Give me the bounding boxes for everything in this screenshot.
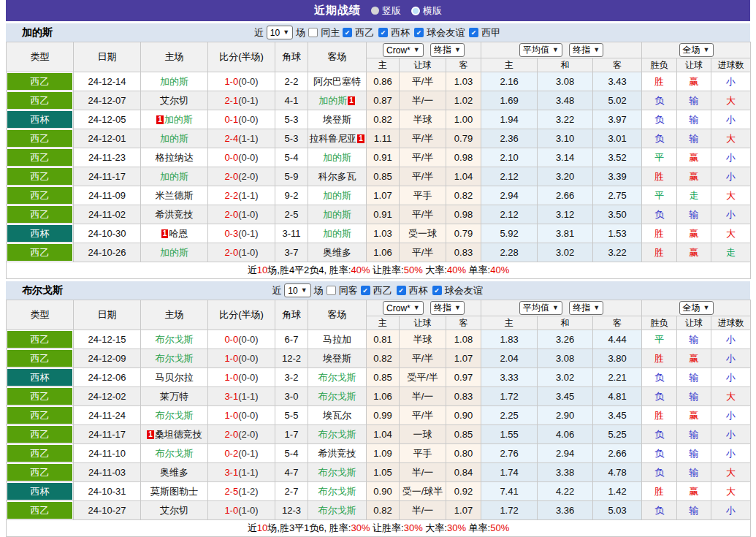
league-checkbox[interactable]: ✔ [378,28,388,37]
crow-home-odds-cell: 0.82 [367,349,400,368]
team-name-link[interactable]: 埃登斯 [323,353,351,364]
team-name-link[interactable]: 布尔戈斯 [156,334,194,345]
team-name-link[interactable]: 桑坦德竞技 [155,429,202,440]
bookmaker-group-header: Crow*▼ 终指▼ [367,300,481,316]
team-name-link[interactable]: 艾尔切 [160,95,188,106]
team-name-link[interactable]: 拉科鲁尼亚 [309,133,356,144]
layout-radio-horizontal[interactable]: 横版 [411,4,442,18]
team-name-link[interactable]: 格拉纳达 [156,152,194,163]
team-name-link[interactable]: 莱万特 [160,391,188,402]
competition-cell: 西乙 [7,463,74,482]
crow-home-odds-cell: 0.90 [367,482,400,501]
radio-vertical-label: 竖版 [382,4,401,18]
team-name-link[interactable]: 奥维多 [323,247,351,258]
layout-radio-vertical[interactable]: 竖版 [371,4,401,18]
avg-home-odds-cell: 2.04 [481,349,538,368]
team-name-link[interactable]: 布尔戈斯 [318,429,356,440]
summary-text: 10 [257,522,267,533]
team-name-link[interactable]: 米兰德斯 [156,190,194,201]
team-name-link[interactable]: 加的斯 [160,171,188,182]
team-name-link[interactable]: 加的斯 [164,114,193,125]
league-checkbox[interactable]: ✔ [397,286,406,295]
team-name-link[interactable]: 加的斯 [160,76,188,87]
home-team-cell: 布尔戈斯 [141,444,208,463]
chevron-down-icon: ▼ [454,305,461,311]
avg-away-odds-cell: 4.44 [593,330,642,349]
team-name-link[interactable]: 哈恩 [169,228,188,239]
team-name-link[interactable]: 埃登斯 [323,114,351,125]
team-name-link[interactable]: 加的斯 [323,209,351,220]
corner-cell: 1-7 [275,425,308,444]
team-name-link[interactable]: 布尔戈斯 [156,410,194,421]
team-name-link[interactable]: 加的斯 [323,152,351,163]
average-select[interactable]: 平均值▼ [519,301,562,315]
team-name-link[interactable]: 加的斯 [160,133,188,144]
team: 马贝尔拉 [156,372,194,383]
team-name-link[interactable]: 埃瓦尔 [323,410,351,421]
away-team-cell: 埃登斯 [308,110,367,129]
crow-home-odds-cell: 0.82 [367,110,400,129]
avg-home-odds-cell: 1.72 [481,387,538,406]
team-name-link[interactable]: 希洪竞技 [156,209,194,220]
team: 布尔戈斯 [318,391,356,402]
avg-draw-odds-cell: 2.66 [538,186,593,205]
team-name-link[interactable]: 科尔多瓦 [318,171,356,182]
same-venue-checkbox[interactable] [308,28,318,37]
team-name-link[interactable]: 希洪竞技 [318,448,356,459]
avg-home-odds-cell: 2.36 [481,129,538,148]
crow-away-odds-cell: 0.80 [446,444,481,463]
team-name-link[interactable]: 马贝尔拉 [156,372,194,383]
same-venue-checkbox[interactable] [327,286,336,295]
home-team-cell: 1加的斯 [141,110,208,129]
score-cell: 0-0(0-0) [208,148,275,167]
match-row: 西杯24-10-301哈恩0-3(0-1)3-11加的斯1.03受一球0.795… [7,224,751,243]
team-name-link[interactable]: 艾尔切 [160,505,188,516]
team-name-link[interactable]: 布尔戈斯 [156,353,194,364]
scope-select[interactable]: 全场▼ [679,301,714,315]
date-cell: 24-12-02 [74,387,141,406]
avg-home-odds-cell: 1.94 [481,110,538,129]
result-cell: 平 [642,148,677,167]
team-name-link[interactable]: 加的斯 [160,247,188,258]
fulltime-score: 0-0 [224,334,238,345]
bookmaker-select[interactable]: Crow*▼ [383,43,424,57]
team-name-link[interactable]: 加的斯 [323,228,351,239]
home-team-cell: 加的斯 [141,167,208,186]
team-name-link[interactable]: 布尔戈斯 [156,448,194,459]
away-team-cell: 埃瓦尔 [308,406,367,425]
league-checkbox[interactable]: ✔ [361,286,370,295]
home-team-cell: 1哈恩 [141,224,208,243]
competition-cell: 西乙 [7,129,74,148]
team-name-link[interactable]: 马拉加 [323,334,351,345]
bookmaker-select[interactable]: Crow*▼ [383,301,424,315]
team-name-link[interactable]: 阿尔巴塞特 [313,76,361,87]
league-checkbox[interactable]: ✔ [343,28,352,37]
bookmaker-final-select[interactable]: 终指▼ [430,301,465,315]
competition-cell: 西乙 [7,205,74,224]
bookmaker-final-select[interactable]: 终指▼ [430,43,465,57]
competition-cell: 西乙 [7,167,74,186]
average-final-select[interactable]: 终指▼ [569,43,603,57]
scope-select[interactable]: 全场▼ [679,43,714,57]
team-name-link[interactable]: 布尔戈斯 [318,467,356,478]
games-label: 场 [314,284,324,297]
team-name-link[interactable]: 布尔戈斯 [318,505,356,516]
team-name-link[interactable]: 奥维多 [160,467,188,478]
league-checkbox[interactable]: ✔ [432,286,442,295]
team-name-link[interactable]: 布尔戈斯 [318,486,356,497]
league-checkbox[interactable]: ✔ [414,28,424,37]
team-name-link[interactable]: 布尔戈斯 [318,391,356,402]
team-name-link[interactable]: 加的斯 [318,95,347,106]
league-checkbox[interactable]: ✔ [469,28,478,37]
home-team-cell: 加的斯 [141,129,208,148]
match-count-select[interactable]: 10 ▼ [284,283,310,297]
average-final-select[interactable]: 终指▼ [569,301,603,315]
match-count-select[interactable]: 10 ▼ [267,26,293,39]
subcol-avg-home: 主 [481,316,538,330]
score-cell: 0-2(0-1) [208,444,275,463]
handicap-result-cell: 输 [677,501,711,520]
team-name-link[interactable]: 加的斯 [323,190,351,201]
average-select[interactable]: 平均值▼ [519,43,562,57]
team-name-link[interactable]: 莫斯图勒士 [150,486,198,497]
team-name-link[interactable]: 布尔戈斯 [318,372,356,383]
